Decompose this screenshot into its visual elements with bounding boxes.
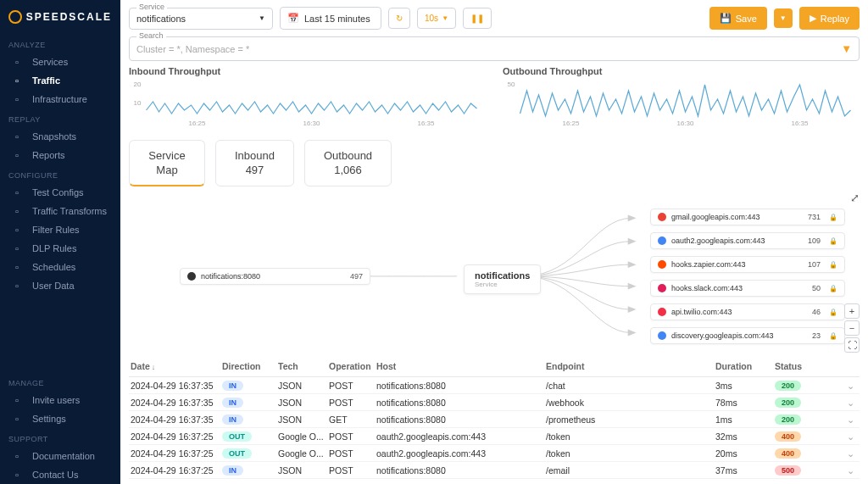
map-target-node[interactable]: hooks.zapier.com:443107🔒 — [650, 256, 845, 273]
lock-icon: 🔒 — [829, 332, 837, 340]
tab-inbound[interactable]: Inbound497 — [215, 140, 294, 186]
table-row[interactable]: 2024-04-29 16:37:25OUTGoogle O...POSToau… — [129, 445, 860, 462]
logo: SPEEDSCALE — [0, 5, 120, 34]
nav-icon: ▫ — [15, 187, 25, 197]
search-placeholder: Cluster = *, Namespace = * — [136, 44, 249, 54]
service-icon — [658, 213, 666, 221]
zoom-controls: + − ⛶ — [844, 303, 860, 353]
refresh-button[interactable]: ↻ — [388, 8, 410, 29]
sidebar-item-services[interactable]: ▫Services — [0, 53, 120, 71]
nav-section-label: REPLAY — [0, 108, 120, 127]
svg-text:16:35: 16:35 — [417, 120, 435, 127]
table-row[interactable]: 2024-04-29 16:37:35INJSONGETnotification… — [129, 411, 860, 428]
direction-badge: IN — [222, 414, 243, 425]
sidebar-item-traffic[interactable]: ▫Traffic — [0, 71, 120, 90]
expand-row-icon[interactable]: ⌄ — [817, 381, 860, 391]
direction-badge: OUT — [222, 431, 252, 442]
calendar-icon: 📅 — [287, 13, 299, 24]
map-target-node[interactable]: gmail.googleapis.com:443731🔒 — [650, 209, 845, 225]
tab-outbound[interactable]: Outbound1,066 — [304, 140, 392, 186]
header-operation[interactable]: Operation — [329, 361, 376, 371]
sidebar-item-infrastructure[interactable]: ▫Infrastructure — [0, 90, 120, 108]
sidebar-item-test-configs[interactable]: ▫Test Configs — [0, 183, 120, 202]
sidebar-item-dlp-rules[interactable]: ▫DLP Rules — [0, 239, 120, 258]
header-endpoint[interactable]: Endpoint — [546, 361, 715, 371]
nav-icon: ▫ — [15, 57, 25, 67]
service-icon — [658, 236, 666, 245]
table-header: Date↓ Direction Tech Operation Host Endp… — [129, 356, 860, 377]
sidebar-item-reports[interactable]: ▫Reports — [0, 146, 120, 164]
svg-text:16:35: 16:35 — [791, 120, 809, 127]
replay-button[interactable]: ▶ Replay — [799, 7, 860, 30]
map-target-node[interactable]: hooks.slack.com:44350🔒 — [650, 280, 845, 297]
search-bar[interactable]: Search Cluster = *, Namespace = * ▼ — [129, 36, 860, 61]
fullscreen-button[interactable]: ⛶ — [844, 337, 860, 353]
sidebar-item-traffic-transforms[interactable]: ▫Traffic Transforms — [0, 202, 120, 220]
sidebar-item-settings[interactable]: ▫Settings — [0, 409, 120, 428]
map-target-node[interactable]: api.twilio.com:44346🔒 — [650, 303, 845, 320]
svg-text:16:25: 16:25 — [188, 120, 206, 127]
header-duration[interactable]: Duration — [715, 361, 775, 371]
lock-icon: 🔒 — [829, 285, 837, 292]
header-status[interactable]: Status — [775, 361, 817, 371]
play-icon: ▶ — [810, 13, 816, 24]
nav-section-label: ANALYZE — [0, 34, 120, 53]
table-row[interactable]: 2024-04-29 16:37:35INJSONPOSTnotificatio… — [129, 377, 860, 394]
refresh-interval[interactable]: 10s ▼ — [417, 8, 456, 29]
header-date[interactable]: Date↓ — [129, 361, 222, 371]
main: Service notifications ▼ 📅 Last 15 minute… — [120, 0, 868, 484]
status-badge: 500 — [775, 465, 801, 476]
svg-marker-14 — [628, 330, 637, 337]
svg-text:16:30: 16:30 — [303, 120, 320, 127]
save-dropdown[interactable]: ▼ — [774, 8, 793, 28]
status-badge: 200 — [775, 381, 801, 391]
map-target-node[interactable]: oauth2.googleapis.com:443109🔒 — [650, 232, 845, 249]
header-host[interactable]: Host — [376, 361, 546, 371]
service-icon — [658, 284, 666, 292]
direction-badge: OUT — [222, 448, 252, 459]
nav-icon: ▫ — [15, 75, 25, 86]
pause-button[interactable]: ❚❚ — [463, 8, 492, 29]
sidebar-item-invite-users[interactable]: ▫Invite users — [0, 391, 120, 409]
table-row[interactable]: 2024-04-29 16:37:35INJSONPOSTnotificatio… — [129, 394, 860, 411]
svg-marker-9 — [628, 214, 637, 221]
svg-marker-11 — [628, 261, 637, 268]
map-target-node[interactable]: discovery.googleapis.com:44323🔒 — [650, 327, 845, 344]
sidebar-item-schedules[interactable]: ▫Schedules — [0, 258, 120, 276]
tab-service[interactable]: ServiceMap — [129, 140, 205, 186]
svg-marker-10 — [628, 238, 637, 245]
nav-icon: ▫ — [15, 414, 25, 424]
sidebar-item-documentation[interactable]: ▫Documentation — [0, 447, 120, 465]
expand-row-icon[interactable]: ⌄ — [817, 414, 860, 425]
sidebar-item-filter-rules[interactable]: ▫Filter Rules — [0, 220, 120, 239]
time-range-select[interactable]: 📅 Last 15 minutes — [280, 7, 381, 30]
nav-icon: ▫ — [15, 262, 25, 272]
expand-row-icon[interactable]: ⌄ — [817, 448, 860, 459]
service-value: notifications — [136, 14, 186, 24]
expand-row-icon[interactable]: ⌄ — [817, 465, 860, 476]
header-direction[interactable]: Direction — [222, 361, 278, 371]
service-select[interactable]: Service notifications ▼ — [129, 8, 273, 30]
nav-icon: ▫ — [15, 206, 25, 216]
chevron-down-icon: ▼ — [259, 14, 265, 22]
lock-icon: 🔒 — [829, 214, 837, 221]
sidebar-item-user-data[interactable]: ▫User Data — [0, 276, 120, 295]
map-source-node[interactable]: notifications:8080 497 — [180, 268, 370, 285]
filter-icon[interactable]: ▼ — [841, 42, 852, 55]
traffic-table: Date↓ Direction Tech Operation Host Endp… — [129, 356, 860, 484]
status-badge: 400 — [775, 431, 801, 442]
table-row[interactable]: 2024-04-29 16:37:25OUTGoogle O...POSToau… — [129, 428, 860, 445]
map-center-node[interactable]: notifications Service — [464, 264, 541, 294]
header-tech[interactable]: Tech — [278, 361, 329, 371]
zoom-out-button[interactable]: − — [844, 320, 860, 336]
save-button[interactable]: 💾 Save — [709, 7, 767, 30]
svg-marker-12 — [628, 283, 637, 290]
sidebar-item-snapshots[interactable]: ▫Snapshots — [0, 127, 120, 146]
lock-icon: 🔒 — [829, 237, 837, 245]
expand-row-icon[interactable]: ⌄ — [817, 431, 860, 442]
expand-row-icon[interactable]: ⌄ — [817, 398, 860, 408]
table-row[interactable]: 2024-04-29 16:37:25INJSONPOSTnotificatio… — [129, 462, 860, 479]
svg-text:10: 10 — [134, 99, 142, 107]
zoom-in-button[interactable]: + — [844, 303, 860, 319]
sidebar-item-contact-us[interactable]: ▫Contact Us — [0, 465, 120, 484]
